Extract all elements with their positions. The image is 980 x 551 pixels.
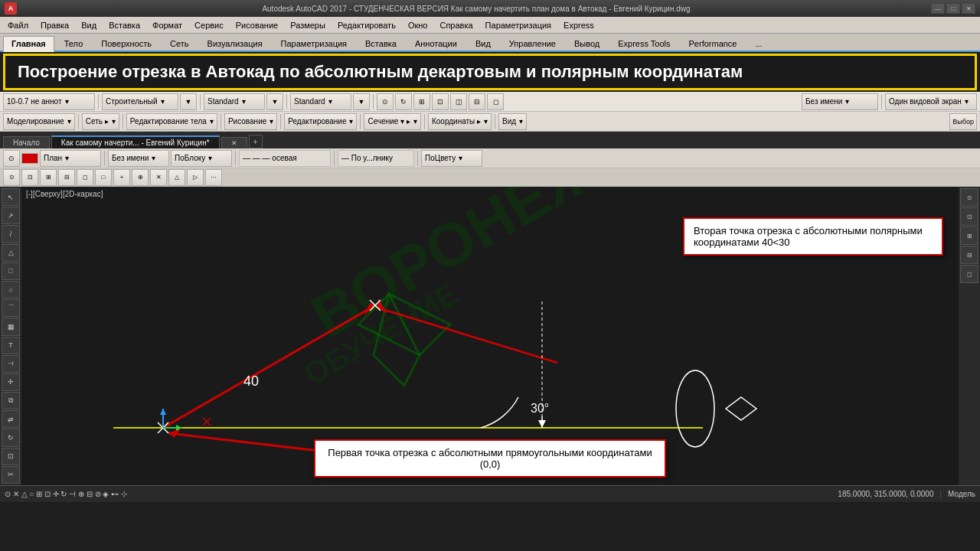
lt-line[interactable]: / (2, 225, 20, 243)
tb2-btn9[interactable]: ✕ (150, 169, 167, 186)
rt-btn3[interactable]: ⊞ (960, 227, 978, 245)
lt-mirror[interactable]: ⇌ (2, 410, 20, 428)
tab-solid[interactable]: Тело (56, 36, 92, 51)
layer-color[interactable] (21, 153, 38, 164)
select-btn[interactable]: Выбор (949, 113, 977, 130)
solid-edit-dropdown[interactable]: Редактирование тела (126, 113, 217, 130)
linetype-selector[interactable]: — — — осевая (239, 150, 331, 167)
lt-pointer[interactable]: ↗ (2, 207, 20, 224)
tab-output[interactable]: Вывод (566, 36, 608, 51)
modeling-dropdown[interactable]: Моделирование (3, 113, 75, 130)
standard-btn2[interactable]: ▼ (353, 93, 370, 110)
lt-rect[interactable]: □ (2, 262, 20, 280)
standard-dropdown2[interactable]: Standard (290, 93, 351, 110)
annotation-scale-dropdown[interactable]: 10-0.7 не аннот (3, 93, 95, 110)
tb2-btn11[interactable]: ▷ (187, 169, 204, 186)
standard-btn1[interactable]: ▼ (266, 93, 283, 110)
rt-btn2[interactable]: ⊡ (960, 207, 978, 226)
lt-arc[interactable]: ⌒ (2, 299, 20, 317)
rt-btn5[interactable]: ◻ (960, 265, 978, 283)
menu-edit[interactable]: Правка (34, 19, 75, 31)
lt-move[interactable]: ✛ (2, 373, 20, 391)
plot-style-dropdown[interactable]: ПоЦвету (421, 150, 482, 167)
tab-surface[interactable]: Поверхность (93, 36, 160, 51)
linetype-dropdown[interactable]: Без имени (108, 150, 169, 167)
layer-icon[interactable]: ⊙ (3, 150, 20, 167)
tb-btn2[interactable]: ↻ (395, 93, 412, 110)
section-dropdown[interactable]: Сечение ▾ ▸ (364, 113, 420, 130)
menu-express[interactable]: Express (557, 19, 600, 31)
tb-btn3[interactable]: ⊞ (413, 93, 430, 110)
maximize-button[interactable]: □ (946, 3, 960, 14)
menu-help[interactable]: Справка (433, 19, 479, 31)
named-view-dropdown[interactable]: Без имени (802, 93, 878, 110)
add-tab-button[interactable]: + (249, 135, 263, 148)
lt-trim[interactable]: ✂ (2, 466, 20, 484)
menu-file[interactable]: Файл (2, 19, 34, 31)
minimize-button[interactable]: — (931, 3, 945, 14)
tab-view[interactable]: Вид (467, 36, 499, 51)
tab-performance[interactable]: Performance (681, 36, 746, 51)
menu-service[interactable]: Сервис (188, 19, 230, 31)
menu-draw[interactable]: Рисование (230, 19, 284, 31)
lt-hatch[interactable]: ▦ (2, 318, 20, 335)
draw-dropdown[interactable]: Рисование (224, 113, 277, 130)
lt-select[interactable]: ↖ (2, 188, 20, 206)
layer-dropdown[interactable]: План (40, 150, 101, 167)
standard-dropdown1[interactable]: Standard (204, 93, 265, 110)
lt-text[interactable]: T (2, 337, 20, 354)
tab-mesh[interactable]: Сеть (162, 36, 197, 51)
tab-annotations[interactable]: Аннотации (407, 36, 466, 51)
rt-btn4[interactable]: ⊟ (960, 246, 978, 264)
viewport-layout-dropdown[interactable]: Один видовой экран (885, 93, 977, 110)
lt-rotate[interactable]: ↻ (2, 429, 20, 446)
tab-insert[interactable]: Вставка (357, 36, 405, 51)
menu-insert[interactable]: Вставка (103, 19, 146, 31)
view-dropdown2[interactable]: Вид (498, 113, 527, 130)
tab-home[interactable]: Главная (3, 36, 54, 52)
tb2-btn6[interactable]: □ (95, 169, 112, 186)
tab-more[interactable]: ... (747, 36, 771, 51)
edit-dropdown[interactable]: Редактирование (284, 113, 357, 130)
tb2-btn2[interactable]: ⊡ (21, 169, 38, 186)
menu-format[interactable]: Формат (146, 19, 188, 31)
style-btn[interactable]: ▼ (180, 93, 197, 110)
tb2-btn5[interactable]: ◻ (77, 169, 93, 186)
lt-dim[interactable]: ⊣ (2, 355, 20, 373)
menu-modify[interactable]: Редактировать (332, 19, 402, 31)
tab-express-tools[interactable]: Express Tools (609, 36, 678, 51)
tb2-btn3[interactable]: ⊞ (40, 169, 57, 186)
close-tab[interactable]: ✕ (221, 137, 247, 148)
tb-btn5[interactable]: ◫ (450, 93, 467, 110)
style-dropdown[interactable]: Строительный (102, 93, 178, 110)
tb2-btn8[interactable]: ⊕ (132, 169, 149, 186)
menu-params[interactable]: Параметризация (479, 19, 557, 31)
menu-window[interactable]: Окно (402, 19, 434, 31)
tb2-btn10[interactable]: △ (168, 169, 185, 186)
tb-btn7[interactable]: ◻ (487, 93, 504, 110)
doc-tab-start[interactable]: Начало (3, 136, 50, 148)
tab-manage[interactable]: Управление (501, 36, 564, 51)
canvas-area[interactable]: [-][Сверху][2D-каркас] ВОРОНЕЖ ОБУЧЕНИЕ (21, 187, 959, 485)
lineweight-selector[interactable]: — По у...лнику (338, 150, 414, 167)
tb-btn1[interactable]: ⊙ (377, 93, 394, 110)
rt-btn1[interactable]: ⊙ (960, 188, 978, 207)
tb2-btn7[interactable]: + (113, 169, 130, 186)
coordinates-dropdown[interactable]: Координаты ▸ (428, 113, 492, 130)
tb2-btn4[interactable]: ⊟ (58, 169, 75, 186)
tb-btn4[interactable]: ⊡ (432, 93, 449, 110)
tab-visualize[interactable]: Визуализация (199, 36, 271, 51)
tb-btn6[interactable]: ⊟ (469, 93, 485, 110)
lt-copy[interactable]: ⧉ (2, 392, 20, 409)
tb2-btn1[interactable]: ⊙ (3, 169, 20, 186)
tb2-btn12[interactable]: ⋯ (205, 169, 222, 186)
doc-tab-drawing[interactable]: Как самому начерти... - Евгений Курицин* (51, 135, 220, 148)
menu-view[interactable]: Вид (75, 19, 103, 31)
color-dropdown[interactable]: ПоБлоку (171, 150, 232, 167)
lt-circle[interactable]: ○ (2, 281, 20, 298)
lt-poly[interactable]: △ (2, 244, 20, 262)
tab-params[interactable]: Параметризация (273, 36, 355, 51)
close-button[interactable]: ✕ (962, 3, 975, 14)
lt-scale[interactable]: ⊡ (2, 448, 20, 465)
menu-dimensions[interactable]: Размеры (284, 19, 332, 31)
